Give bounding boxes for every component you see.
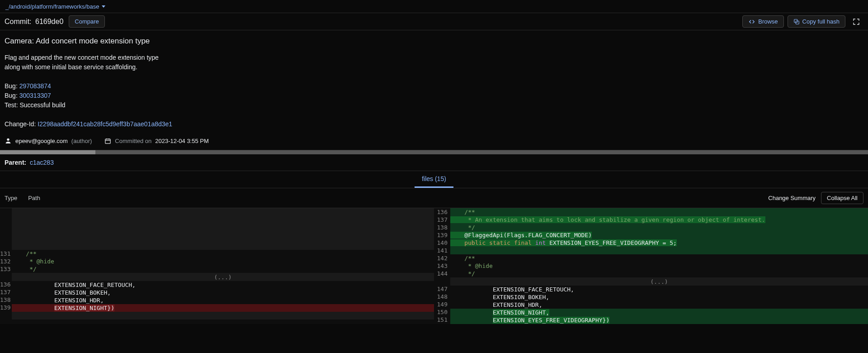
compare-button[interactable]: Compare [69,15,104,28]
bug-line: Bug: 297083874 [5,81,863,91]
chevron-down-icon [102,5,105,8]
right-code[interactable]: /** * An extension that aims to lock and… [450,208,868,324]
author-email: epeev@google.com [15,138,68,144]
bug-link[interactable]: 297083874 [19,82,51,90]
person-icon [5,137,12,144]
diff-pane-right: 1361371381391401411421431441471481491501… [434,208,868,324]
test-line: Test: Successful build [5,100,863,110]
scroll-thumb[interactable] [0,150,95,154]
collapse-all-button[interactable]: Collapse All [821,192,863,204]
author-role: (author) [71,138,92,144]
code-icon [748,19,755,25]
parent-hash-link[interactable]: c1ac283 [30,159,54,166]
commit-header-right: Browse Copy full hash [742,14,863,29]
commit-msg-line: Flag and append the new concert mode ext… [5,53,863,62]
breadcrumb[interactable]: _/android/platform/frameworks/base [5,3,105,10]
commit-msg-line: along with some initial base service sca… [5,62,863,72]
change-id-link[interactable]: I2298aaddbf241cab28fc5d9eff3b7aae01a8d3e… [38,120,172,128]
files-header-left: Type Path [5,195,40,201]
commit-header-left: Commit: 6169de0 Compare [5,15,105,28]
commit-label-text: Commit: [5,18,32,25]
svg-rect-3 [105,139,110,143]
change-id-line: Change-Id: I2298aaddbf241cab28fc5d9eff3b… [5,119,863,129]
committed-on-date: 2023-12-04 3:55 PM [155,138,209,144]
files-header: Type Path Change Summary Collapse All [0,188,868,208]
left-gutter: 131132133136137138139 [0,208,12,324]
right-gutter: 1361371381391401411421431441471481491501… [434,208,450,324]
copy-icon [793,19,800,25]
copy-hash-label: Copy full hash [802,18,840,25]
bug-line: Bug: 300313307 [5,91,863,100]
top-bar: _/android/platform/frameworks/base [0,0,868,13]
commit-body: Camera: Add concert mode extension type … [0,30,868,150]
change-summary-button[interactable]: Change Summary [768,195,816,201]
author-meta: epeev@google.com (author) [5,137,92,144]
committed-meta: Committed on 2023-12-04 3:55 PM [104,138,208,144]
fullscreen-button[interactable] [849,14,863,29]
parent-label: Parent: [5,159,26,166]
bug-label: Bug: [5,92,19,99]
tab-files[interactable]: files (15) [415,171,453,188]
breadcrumb-path: _/android/platform/frameworks/base [5,3,99,10]
column-type[interactable]: Type [5,195,17,201]
calendar-icon [104,138,111,144]
commit-title: Camera: Add concert mode extension type [5,37,863,46]
diff-view: 131132133136137138139 /** * @hide */(...… [0,208,868,324]
horizontal-scroll-indicator[interactable] [0,150,868,154]
column-path[interactable]: Path [28,195,40,201]
bug-link[interactable]: 300313307 [19,92,51,99]
parent-row: Parent: c1ac283 [0,154,868,171]
commit-header: Commit: 6169de0 Compare Browse Copy full… [0,13,868,30]
svg-point-2 [7,138,9,141]
commit-meta: epeev@google.com (author) Committed on 2… [5,137,863,144]
tabs-row: files (15) [0,171,868,188]
files-header-right: Change Summary Collapse All [768,192,863,204]
browse-label: Browse [758,18,778,25]
committed-on-label: Committed on [115,138,151,144]
fullscreen-icon [853,18,860,25]
commit-hash: 6169de0 [35,18,63,25]
diff-pane-left: 131132133136137138139 /** * @hide */(...… [0,208,434,324]
change-id-label: Change-Id: [5,120,38,128]
bug-label: Bug: [5,82,19,90]
browse-button[interactable]: Browse [742,15,783,28]
left-code[interactable]: /** * @hide */(...) EXTENSION_FACE_RETOU… [12,208,434,324]
copy-hash-button[interactable]: Copy full hash [788,15,845,28]
commit-message: Flag and append the new concert mode ext… [5,53,863,129]
compare-label: Compare [75,18,99,25]
commit-label: Commit: 6169de0 [5,18,63,26]
tab-files-label: files (15) [422,175,446,182]
